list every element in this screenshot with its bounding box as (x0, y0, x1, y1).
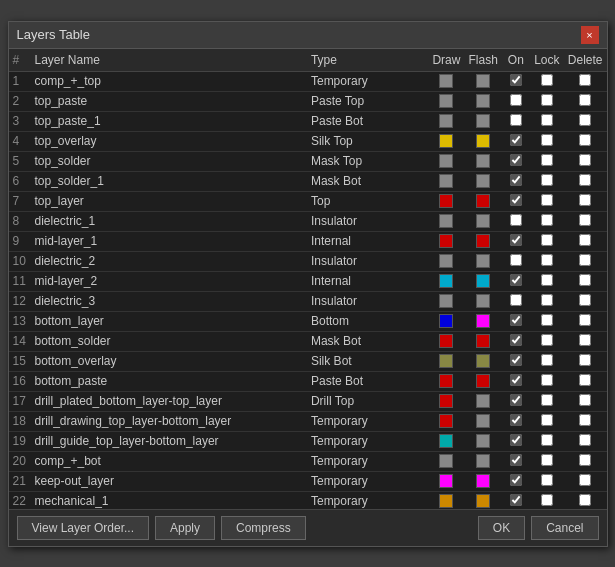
row-flash-cell[interactable] (464, 291, 501, 311)
lock-checkbox[interactable] (541, 214, 553, 226)
row-on-cell[interactable] (502, 451, 530, 471)
row-delete-cell[interactable] (564, 271, 607, 291)
row-draw-cell[interactable] (428, 111, 464, 131)
row-lock-cell[interactable] (530, 451, 564, 471)
row-draw-cell[interactable] (428, 331, 464, 351)
flash-color-box[interactable] (476, 254, 490, 268)
delete-checkbox[interactable] (579, 374, 591, 386)
row-lock-cell[interactable] (530, 251, 564, 271)
row-delete-cell[interactable] (564, 71, 607, 91)
lock-checkbox[interactable] (541, 234, 553, 246)
delete-checkbox[interactable] (579, 334, 591, 346)
draw-color-box[interactable] (439, 394, 453, 408)
table-row[interactable]: 11mid-layer_2Internal (9, 271, 607, 291)
delete-checkbox[interactable] (579, 194, 591, 206)
row-on-cell[interactable] (502, 231, 530, 251)
delete-checkbox[interactable] (579, 134, 591, 146)
on-checkbox[interactable] (510, 454, 522, 466)
flash-color-box[interactable] (476, 394, 490, 408)
draw-color-box[interactable] (439, 274, 453, 288)
row-flash-cell[interactable] (464, 151, 501, 171)
lock-checkbox[interactable] (541, 174, 553, 186)
row-lock-cell[interactable] (530, 411, 564, 431)
lock-checkbox[interactable] (541, 454, 553, 466)
row-lock-cell[interactable] (530, 391, 564, 411)
row-flash-cell[interactable] (464, 471, 501, 491)
delete-checkbox[interactable] (579, 294, 591, 306)
delete-checkbox[interactable] (579, 274, 591, 286)
delete-checkbox[interactable] (579, 214, 591, 226)
row-flash-cell[interactable] (464, 331, 501, 351)
delete-checkbox[interactable] (579, 454, 591, 466)
draw-color-box[interactable] (439, 334, 453, 348)
row-draw-cell[interactable] (428, 491, 464, 509)
row-delete-cell[interactable] (564, 331, 607, 351)
row-draw-cell[interactable] (428, 291, 464, 311)
row-delete-cell[interactable] (564, 491, 607, 509)
flash-color-box[interactable] (476, 494, 490, 508)
on-checkbox[interactable] (510, 114, 522, 126)
on-checkbox[interactable] (510, 314, 522, 326)
row-delete-cell[interactable] (564, 411, 607, 431)
row-on-cell[interactable] (502, 91, 530, 111)
row-lock-cell[interactable] (530, 91, 564, 111)
delete-checkbox[interactable] (579, 354, 591, 366)
draw-color-box[interactable] (439, 154, 453, 168)
row-on-cell[interactable] (502, 151, 530, 171)
flash-color-box[interactable] (476, 454, 490, 468)
table-row[interactable]: 16bottom_pastePaste Bot (9, 371, 607, 391)
flash-color-box[interactable] (476, 414, 490, 428)
row-flash-cell[interactable] (464, 271, 501, 291)
row-delete-cell[interactable] (564, 291, 607, 311)
row-flash-cell[interactable] (464, 491, 501, 509)
row-delete-cell[interactable] (564, 131, 607, 151)
draw-color-box[interactable] (439, 354, 453, 368)
row-flash-cell[interactable] (464, 231, 501, 251)
on-checkbox[interactable] (510, 354, 522, 366)
draw-color-box[interactable] (439, 234, 453, 248)
table-row[interactable]: 8dielectric_1Insulator (9, 211, 607, 231)
on-checkbox[interactable] (510, 474, 522, 486)
on-checkbox[interactable] (510, 214, 522, 226)
row-delete-cell[interactable] (564, 211, 607, 231)
on-checkbox[interactable] (510, 394, 522, 406)
row-lock-cell[interactable] (530, 231, 564, 251)
row-flash-cell[interactable] (464, 351, 501, 371)
row-on-cell[interactable] (502, 491, 530, 509)
close-button[interactable]: × (581, 26, 599, 44)
compress-button[interactable]: Compress (221, 516, 306, 540)
row-on-cell[interactable] (502, 431, 530, 451)
row-flash-cell[interactable] (464, 371, 501, 391)
draw-color-box[interactable] (439, 74, 453, 88)
row-delete-cell[interactable] (564, 111, 607, 131)
lock-checkbox[interactable] (541, 74, 553, 86)
draw-color-box[interactable] (439, 254, 453, 268)
draw-color-box[interactable] (439, 474, 453, 488)
draw-color-box[interactable] (439, 134, 453, 148)
on-checkbox[interactable] (510, 274, 522, 286)
row-flash-cell[interactable] (464, 251, 501, 271)
delete-checkbox[interactable] (579, 94, 591, 106)
delete-checkbox[interactable] (579, 234, 591, 246)
delete-checkbox[interactable] (579, 174, 591, 186)
table-row[interactable]: 22mechanical_1Temporary (9, 491, 607, 509)
table-row[interactable]: 19drill_guide_top_layer-bottom_layerTemp… (9, 431, 607, 451)
row-delete-cell[interactable] (564, 191, 607, 211)
table-row[interactable]: 4top_overlaySilk Top (9, 131, 607, 151)
row-lock-cell[interactable] (530, 211, 564, 231)
row-flash-cell[interactable] (464, 131, 501, 151)
flash-color-box[interactable] (476, 374, 490, 388)
on-checkbox[interactable] (510, 374, 522, 386)
row-draw-cell[interactable] (428, 191, 464, 211)
row-lock-cell[interactable] (530, 471, 564, 491)
draw-color-box[interactable] (439, 214, 453, 228)
row-delete-cell[interactable] (564, 251, 607, 271)
delete-checkbox[interactable] (579, 474, 591, 486)
row-on-cell[interactable] (502, 311, 530, 331)
on-checkbox[interactable] (510, 494, 522, 506)
delete-checkbox[interactable] (579, 494, 591, 506)
flash-color-box[interactable] (476, 154, 490, 168)
row-on-cell[interactable] (502, 131, 530, 151)
on-checkbox[interactable] (510, 174, 522, 186)
row-delete-cell[interactable] (564, 91, 607, 111)
